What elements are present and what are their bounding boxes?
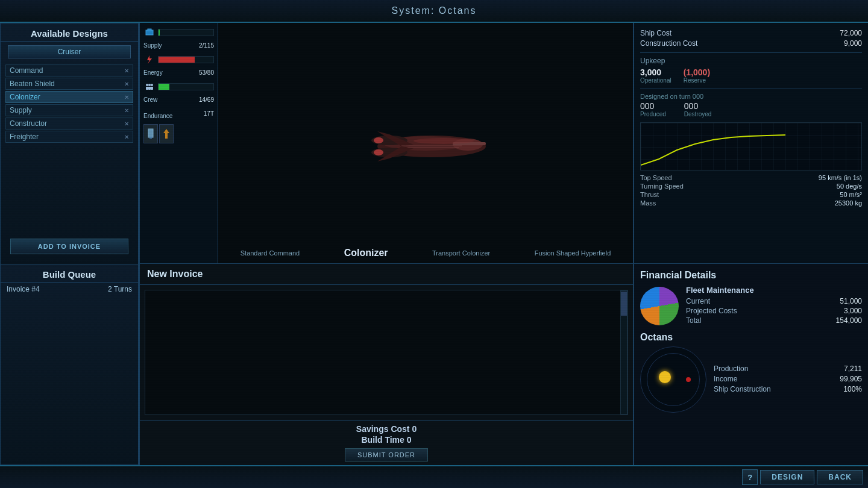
- destroyed-group: 000 Destroyed: [684, 101, 712, 117]
- help-button[interactable]: ?: [742, 469, 758, 485]
- ship-cost-label: Ship Cost: [640, 29, 671, 37]
- cruiser-label: Cruiser: [8, 45, 131, 58]
- operational-value: 3,000: [640, 67, 671, 77]
- svg-point-20: [374, 137, 383, 143]
- right-panel: Ship Cost 72,000 Construction Cost 9,000…: [634, 23, 868, 465]
- operational-label: Operational: [640, 77, 671, 84]
- income-row: Income 99,905: [714, 375, 862, 383]
- current-row: Current 51,000: [686, 297, 862, 305]
- supply-label: Supply: [143, 42, 162, 49]
- remove-command-btn[interactable]: ✕: [124, 67, 129, 74]
- produced-value: 000: [640, 101, 666, 111]
- remove-supply-btn[interactable]: ✕: [124, 107, 129, 114]
- design-item-freighter[interactable]: Freighter ✕: [5, 131, 133, 143]
- produced-group: 000 Produced: [640, 101, 666, 117]
- octans-stats: Production 7,211 Income 99,905 Ship Cons…: [714, 364, 862, 395]
- designed-label: Designed on turn 000: [640, 93, 703, 100]
- design-item-beaten-shield[interactable]: Beaten Shield ✕: [5, 78, 133, 90]
- submit-order-button[interactable]: SUBMIT ORDER: [345, 448, 428, 461]
- construction-cost-row: Construction Cost 9,000: [640, 39, 862, 48]
- ship-construction-value: 100%: [843, 385, 862, 393]
- svg-rect-8: [151, 87, 153, 90]
- speed-chart: [640, 122, 862, 170]
- svg-rect-25: [641, 123, 861, 170]
- svg-point-4: [148, 84, 151, 86]
- ship-image: [341, 107, 510, 180]
- reserve-label: Reserve: [684, 77, 710, 84]
- crew-value: 14/69: [199, 96, 214, 103]
- ship-component-3: Fusion Shaped Hyperfield: [535, 249, 611, 257]
- financial-details: Fleet Maintenance Current 51,000 Project…: [686, 286, 862, 326]
- energy-bar: [159, 57, 195, 63]
- financial-section: Financial Details Fleet Maintenance Curr…: [634, 264, 868, 465]
- invoice-title: New Invoice: [140, 264, 633, 285]
- svg-marker-2: [147, 55, 152, 64]
- design-item-colonizer[interactable]: Colonizer ✕: [5, 91, 133, 103]
- center-panel: Supply 2/115 Energy 53/80: [140, 23, 634, 465]
- top-speed-value: 95 km/s (in 1s): [819, 174, 862, 181]
- destroyed-label: Destroyed: [684, 111, 712, 117]
- ship-view: Supply 2/115 Energy 53/80: [140, 23, 633, 264]
- supply-stat-row: [143, 27, 214, 39]
- octans-body: Production 7,211 Income 99,905 Ship Cons…: [640, 346, 862, 413]
- projected-costs-value: 3,000: [844, 307, 862, 315]
- supply-value: 2/115: [199, 42, 214, 49]
- ship-component-2: Transport Colonizer: [432, 249, 490, 257]
- build-queue-section: Build Queue Invoice #4 2 Turns: [0, 264, 139, 465]
- invoice-scroll-thumb[interactable]: [621, 292, 627, 316]
- remove-freighter-btn[interactable]: ✕: [124, 134, 129, 140]
- design-button[interactable]: DESIGN: [760, 470, 814, 484]
- star-icon: [659, 371, 671, 383]
- svg-rect-6: [146, 87, 148, 90]
- module-slot-1[interactable]: [143, 124, 158, 143]
- total-row: Total 154,000: [686, 316, 862, 325]
- ship-cost-value: 72,000: [840, 29, 862, 37]
- invoice-scrollbar[interactable]: [620, 290, 627, 414]
- octans-section: Octans Production 7,211 Income: [640, 332, 862, 413]
- crew-stat-row: [143, 81, 214, 93]
- remove-beaten-shield-btn[interactable]: ✕: [124, 81, 129, 87]
- turning-speed-row: Turning Speed 50 deg/s: [640, 183, 862, 190]
- total-value: 154,000: [836, 316, 862, 325]
- design-item-command[interactable]: Command ✕: [5, 64, 133, 77]
- stats-panel: Supply 2/115 Energy 53/80: [140, 23, 218, 263]
- planet-view: [640, 346, 706, 413]
- module-slot-2[interactable]: [159, 124, 174, 143]
- turning-speed-value: 50 deg/s: [837, 183, 862, 190]
- reserve-group: (1,000) Reserve: [684, 67, 710, 84]
- financial-title: Financial Details: [640, 270, 862, 281]
- top-speed-row: Top Speed 95 km/s (in 1s): [640, 174, 862, 181]
- build-queue-title: Build Queue: [1, 264, 138, 283]
- energy-stat-row: [143, 54, 214, 66]
- svg-rect-1: [148, 29, 151, 31]
- mass-row: Mass 25300 kg: [640, 199, 862, 207]
- invoice-body: [145, 290, 628, 415]
- crew-label: Crew: [143, 96, 157, 103]
- designed-section: Designed on turn 000 000 Produced 000 De…: [640, 89, 862, 117]
- projected-costs-label: Projected Costs: [686, 307, 737, 315]
- fleet-maintenance-pie: [640, 287, 679, 325]
- add-to-invoice-button[interactable]: ADD TO INVOICE: [10, 239, 128, 254]
- thrust-value: 50 m/s²: [840, 191, 862, 198]
- upkeep-values: 3,000 Operational (1,000) Reserve: [640, 67, 862, 84]
- design-item-supply[interactable]: Supply ✕: [5, 104, 133, 116]
- ship-component-1: Standard Command: [241, 249, 300, 257]
- remove-colonizer-btn[interactable]: ✕: [124, 94, 129, 101]
- ship-name: Colonizer: [344, 248, 388, 258]
- left-panel: Available Designs Cruiser Command ✕ Beat…: [0, 23, 140, 465]
- design-item-constructor[interactable]: Constructor ✕: [5, 117, 133, 130]
- thrust-row: Thrust 50 m/s²: [640, 191, 862, 198]
- mass-label: Mass: [640, 199, 656, 207]
- svg-point-19: [374, 149, 383, 155]
- thrust-label: Thrust: [640, 191, 659, 198]
- chart-svg: [641, 123, 861, 170]
- savings-cost-value: 0: [412, 424, 417, 434]
- design-list: Command ✕ Beaten Shield ✕ Colonizer ✕ Su…: [1, 62, 138, 145]
- turning-speed-label: Turning Speed: [640, 183, 684, 190]
- crew-bar: [159, 84, 169, 90]
- current-label: Current: [686, 297, 710, 305]
- remove-constructor-btn[interactable]: ✕: [124, 120, 129, 127]
- back-button[interactable]: BACK: [817, 470, 863, 484]
- upkeep-section: Upkeep 3,000 Operational (1,000) Reserve: [640, 52, 862, 84]
- produced-label: Produced: [640, 111, 666, 117]
